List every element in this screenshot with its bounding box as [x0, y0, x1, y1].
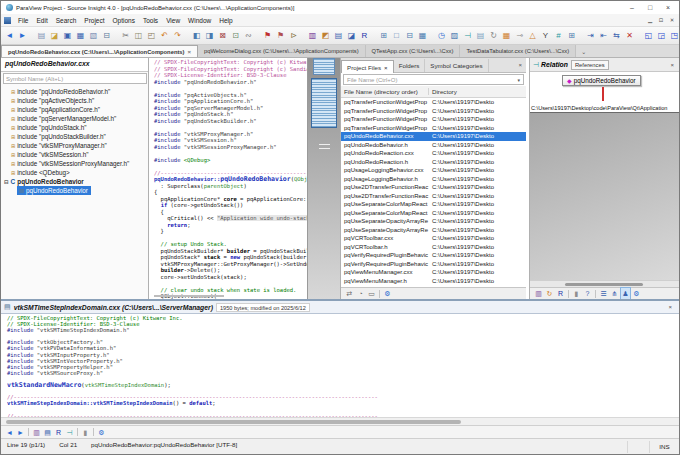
symbol-tree-item-10[interactable]: ⊟CpqUndoRedoBehavior	[1, 177, 148, 186]
symbol-tree-item-9[interactable]: ⊞include <QDebug>	[1, 168, 148, 177]
undo-icon[interactable]: ↶	[158, 29, 171, 43]
file-row[interactable]: pqUseSeparateColorMapReactC:\Users\19197…	[341, 209, 526, 218]
jump-symbol-icon[interactable]: ⊳	[287, 29, 300, 43]
file-row[interactable]: pqTransferFunctionWidgetPropC:\Users\191…	[341, 107, 526, 116]
cascade-icon[interactable]: ▦	[416, 29, 429, 43]
symbol-search-input[interactable]	[3, 73, 147, 84]
bookmark-icon[interactable]: ⚑	[261, 29, 274, 43]
window-split-c-icon[interactable]: ◳	[668, 29, 679, 43]
mdi-restore-button[interactable]: ⊡	[656, 17, 666, 23]
relation-lock-icon[interactable]: ▮	[571, 288, 582, 299]
context-lock-icon[interactable]: ▮	[80, 427, 91, 438]
maximize-button[interactable]: □	[641, 1, 659, 14]
context-hscrollbar[interactable]	[1, 417, 679, 425]
relation-graph-view-icon[interactable]: ⋔	[609, 288, 620, 299]
open-file-icon[interactable]: ◪	[48, 29, 61, 43]
tile-one-icon[interactable]: □	[390, 29, 403, 43]
nav-forward-icon[interactable]: ►	[15, 427, 26, 438]
sync-file-icon[interactable]: ⊡	[229, 29, 242, 43]
minimize-button[interactable]: –	[623, 1, 641, 14]
redo-icon[interactable]: ↷	[171, 29, 184, 43]
menu-tools[interactable]: Tools	[139, 14, 162, 27]
file-details-icon[interactable]: ▭	[366, 288, 377, 299]
add-file-icon[interactable]: ◨	[203, 29, 216, 43]
file-row[interactable]: pqUseSeparateColorMapReactC:\Users\19197…	[341, 200, 526, 209]
recent-icon[interactable]: ◷	[435, 29, 448, 43]
editor-hscrollbar[interactable]	[154, 295, 224, 297]
delete-icon[interactable]: ✕	[623, 29, 636, 43]
relation-hscrollbar[interactable]	[530, 280, 680, 287]
symbol-list-icon[interactable]: ▨	[448, 29, 461, 43]
reference-icon[interactable]: R	[358, 29, 371, 43]
code-editor[interactable]: // SPDX-FileCopyrightText: Copyright (c)…	[152, 58, 307, 299]
symbol-tree-item-2[interactable]: ⊞include "pqApplicationCore.h"	[1, 105, 148, 114]
browse-symbols-icon[interactable]: ▥	[306, 29, 319, 43]
relation-reference-icon[interactable]: R	[555, 288, 566, 299]
relation-refresh-icon[interactable]: ↻	[544, 288, 555, 299]
copy-icon[interactable]: ◫	[132, 29, 145, 43]
menu-search[interactable]: Search	[52, 14, 81, 27]
context-code-view[interactable]: // SPDX-FileCopyrightText: Copyright (c)…	[1, 314, 679, 417]
close-button[interactable]: ×	[659, 1, 677, 14]
context-reference-icon[interactable]: R	[53, 427, 64, 438]
relation-settings-gear-icon[interactable]: ⚙	[631, 288, 642, 299]
context-book-icon[interactable]: ▥	[31, 427, 42, 438]
file-row[interactable]: pqVerifyRequiredPluginBehavicC:\Users\19…	[341, 251, 526, 260]
tree-expander-icon[interactable]: ⊟	[4, 179, 9, 185]
file-row[interactable]: pqUseSeparateOpacityArrayReC:\Users\1919…	[341, 217, 526, 226]
context-book-open-icon[interactable]: ▤	[42, 427, 53, 438]
link-file-icon[interactable]: ∾	[242, 29, 255, 43]
symbol-tree-item-1[interactable]: ⊞include "pqActiveObjects.h"	[1, 96, 148, 105]
symbol-window-icon[interactable]: ▤	[332, 29, 345, 43]
relation-close-icon[interactable]: ×	[666, 62, 678, 68]
project-panel-close-icon[interactable]: ×	[514, 62, 526, 68]
back-icon[interactable]: ◄	[3, 29, 16, 43]
relation-canvas[interactable]	[530, 113, 680, 280]
browse-mode-icon[interactable]: ⇄	[344, 288, 355, 299]
print-icon[interactable]: ⊟	[100, 29, 113, 43]
symbol-tree-item-0[interactable]: ⊞include "pqUndoRedoBehavior.h"	[1, 87, 148, 96]
file-row[interactable]: pqTransferFunctionWidgetPropC:\Users\191…	[341, 124, 526, 133]
file-row[interactable]: pqTransferFunctionWidgetPropC:\Users\191…	[341, 115, 526, 124]
window-split-a-icon[interactable]: ◱	[642, 29, 655, 43]
menu-help[interactable]: Help	[215, 14, 236, 27]
file-row[interactable]: pqViewMenuManager.cxxC:\Users\19197\Desk…	[341, 268, 526, 277]
menu-project[interactable]: Project	[80, 14, 108, 27]
column-file-name[interactable]: File Name (directory order)	[341, 88, 429, 95]
symbol-tree-item-4[interactable]: ⊞include "pqUndoStack.h"	[1, 123, 148, 132]
context-window-icon[interactable]: ▤	[474, 29, 487, 43]
file-tab-2[interactable]: QTestApp.cxx (C:\Users\...\Cxx)	[366, 45, 461, 57]
file-row[interactable]: pqVerifyRequiredPluginBehavicC:\Users\19…	[341, 260, 526, 269]
file-row[interactable]: pqViewMenuManager.hC:\Users\19197\Deskto	[341, 277, 526, 286]
tab-close-icon[interactable]: ×	[384, 64, 388, 71]
scrollbar-thumb[interactable]	[6, 420, 461, 424]
save-all-icon[interactable]: ▦	[74, 29, 87, 43]
project-tab-symbol-categories[interactable]: Symbol Categories	[425, 59, 488, 72]
activity-icon[interactable]: ◪	[345, 29, 358, 43]
refresh-files-icon[interactable]: ◔	[355, 288, 366, 299]
save-as-icon[interactable]: ▧	[87, 29, 100, 43]
chevron-down-icon[interactable]: ▾	[517, 77, 520, 83]
bookmark-list-icon[interactable]: ⚑	[274, 29, 287, 43]
context-settings-gear-icon[interactable]: ⚙	[96, 427, 107, 438]
indent-left-icon[interactable]: ⇤	[597, 29, 610, 43]
menu-window[interactable]: Window	[184, 14, 215, 27]
context-close-icon[interactable]: ×	[664, 304, 676, 310]
relation-node[interactable]: ◆ pqUndoRedoBehavior	[562, 75, 641, 86]
relation-help-icon[interactable]: ?	[582, 288, 593, 299]
save-icon[interactable]: ▣	[61, 29, 74, 43]
menu-edit[interactable]: Edit	[32, 14, 51, 27]
merge-icon[interactable]: Y	[539, 29, 552, 43]
window-split-b-icon[interactable]: ◲	[655, 29, 668, 43]
new-file-icon[interactable]: ▤	[35, 29, 48, 43]
file-tab-0[interactable]: pqUndoRedoBehavior.cxx (C:\Users\...\App…	[1, 45, 198, 57]
file-row[interactable]: pqVCRToolbar.hC:\Users\19197\Deskto	[341, 243, 526, 252]
launch-icon[interactable]: △	[526, 29, 539, 43]
remove-file-icon[interactable]: ⊠	[216, 29, 229, 43]
file-row[interactable]: pqUndoRedoReaction.hC:\Users\19197\Deskt…	[341, 158, 526, 167]
scrollbar-thumb[interactable]	[565, 283, 643, 286]
tile-two-icon[interactable]: ⊟	[403, 29, 416, 43]
mdi-minimize-button[interactable]: ▁	[645, 17, 655, 23]
file-row[interactable]: pqUse2DTransferFunctionReacC:\Users\1919…	[341, 192, 526, 201]
swap-icon[interactable]: ⇆	[610, 29, 623, 43]
